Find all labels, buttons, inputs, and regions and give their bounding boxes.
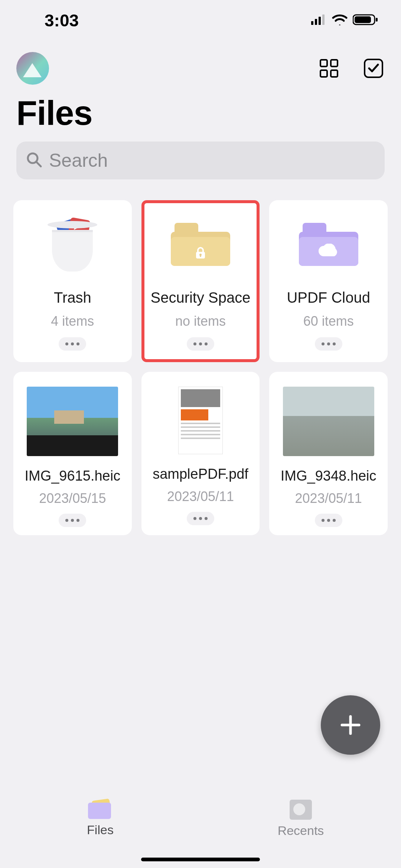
page-title: Files xyxy=(0,88,401,142)
status-bar: 3:03 xyxy=(0,0,401,41)
more-button[interactable] xyxy=(59,337,86,351)
search-bar[interactable] xyxy=(16,142,385,179)
files-grid: IMG_9615.heic 2023/05/15 samplePDF.pdf 2… xyxy=(0,362,401,535)
file-thumbnail xyxy=(178,387,223,454)
plus-icon xyxy=(338,712,363,738)
file-thumbnail xyxy=(283,387,374,456)
avatar[interactable] xyxy=(16,52,49,85)
svg-point-12 xyxy=(28,153,38,163)
file-title: IMG_9348.heic xyxy=(281,468,376,484)
folder-subtitle: 4 items xyxy=(51,313,94,329)
more-button[interactable] xyxy=(315,337,342,351)
file-title: samplePDF.pdf xyxy=(153,466,248,482)
file-card[interactable]: IMG_9348.heic 2023/05/11 xyxy=(269,372,388,535)
add-button[interactable] xyxy=(321,695,380,755)
folder-card-security-space[interactable]: Security Space no items xyxy=(141,200,260,362)
header-row xyxy=(0,41,401,88)
home-indicator[interactable] xyxy=(141,858,260,861)
file-date: 2023/05/11 xyxy=(295,491,362,506)
more-button[interactable] xyxy=(187,337,214,351)
more-button[interactable] xyxy=(187,512,214,525)
folder-card-updf-cloud[interactable]: UPDF Cloud 60 items xyxy=(269,200,388,362)
svg-rect-10 xyxy=(331,70,338,77)
file-date: 2023/05/11 xyxy=(167,489,234,504)
status-time: 3:03 xyxy=(45,10,79,30)
svg-rect-9 xyxy=(320,70,327,77)
svg-rect-5 xyxy=(355,16,371,23)
more-button[interactable] xyxy=(59,514,86,527)
folder-title: UPDF Cloud xyxy=(287,289,370,306)
file-thumbnail xyxy=(27,387,118,456)
lock-folder-icon xyxy=(148,212,253,275)
folder-subtitle: no items xyxy=(175,313,226,329)
svg-rect-7 xyxy=(320,60,327,66)
tab-recents[interactable]: Recents xyxy=(200,790,401,853)
more-button[interactable] xyxy=(315,514,342,527)
svg-rect-6 xyxy=(376,18,378,22)
tab-bar: Files Recents xyxy=(0,790,401,868)
svg-rect-16 xyxy=(200,255,201,257)
cellular-icon xyxy=(311,14,327,26)
files-tab-icon xyxy=(88,800,113,819)
folders-grid: Trash 4 items Security Space no items xyxy=(0,179,401,362)
svg-rect-1 xyxy=(315,19,317,25)
file-card[interactable]: IMG_9615.heic 2023/05/15 xyxy=(13,372,132,535)
trash-icon xyxy=(20,212,125,275)
folder-title: Security Space xyxy=(150,289,250,306)
file-date: 2023/05/15 xyxy=(39,491,106,506)
status-icons xyxy=(311,14,379,27)
file-title: IMG_9615.heic xyxy=(25,468,120,484)
wifi-icon xyxy=(332,14,348,27)
file-card[interactable]: samplePDF.pdf 2023/05/11 xyxy=(141,372,260,535)
svg-line-13 xyxy=(37,162,41,166)
folder-title: Trash xyxy=(54,289,91,306)
search-input[interactable] xyxy=(49,150,375,171)
svg-rect-2 xyxy=(319,17,321,25)
search-icon xyxy=(26,152,42,169)
select-mode-icon[interactable] xyxy=(362,57,385,79)
cloud-folder-icon xyxy=(276,212,381,275)
battery-icon xyxy=(353,14,379,27)
svg-rect-8 xyxy=(331,60,338,66)
folder-subtitle: 60 items xyxy=(303,313,354,329)
tab-files[interactable]: Files xyxy=(0,790,200,853)
svg-rect-3 xyxy=(322,14,325,25)
recents-tab-icon xyxy=(290,800,312,820)
view-grid-icon[interactable] xyxy=(318,57,340,79)
folder-card-trash[interactable]: Trash 4 items xyxy=(13,200,132,362)
tab-label: Files xyxy=(87,823,114,837)
svg-rect-0 xyxy=(311,21,313,25)
tab-label: Recents xyxy=(278,823,324,838)
